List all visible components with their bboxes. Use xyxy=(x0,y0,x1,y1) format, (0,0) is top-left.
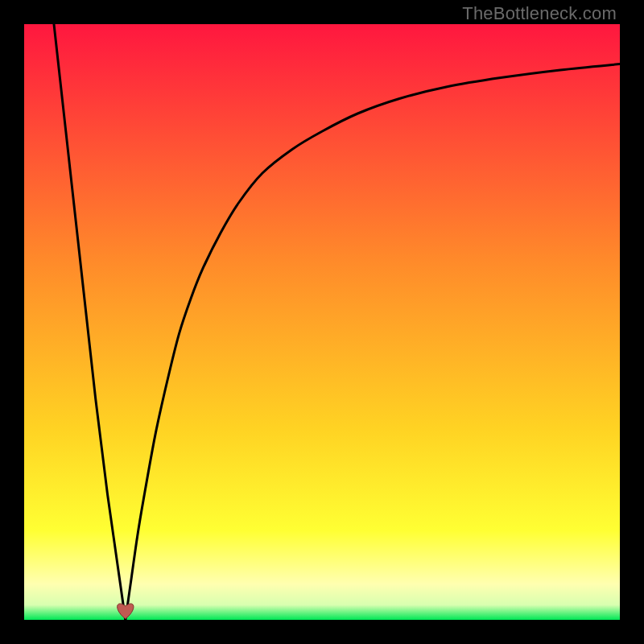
chart-frame xyxy=(24,24,620,620)
watermark-text: TheBottleneck.com xyxy=(462,3,617,24)
bottleneck-chart xyxy=(24,24,620,620)
